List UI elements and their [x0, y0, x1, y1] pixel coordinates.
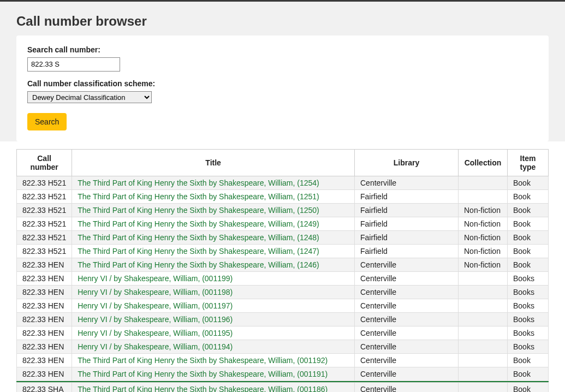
search-button[interactable]: Search: [27, 113, 67, 130]
cell-collection: Non-fiction: [459, 217, 508, 231]
cell-collection: [459, 190, 508, 204]
cell-title: Henry VI / by Shakespeare, William, (001…: [72, 299, 355, 313]
col-item-type: Item type: [508, 150, 549, 176]
cell-call-number: 822.33 H521: [17, 176, 72, 190]
cell-collection: Non-fiction: [459, 231, 508, 245]
title-link[interactable]: Henry VI / by Shakespeare, William, (001…: [78, 329, 233, 337]
cell-library: Centerville: [355, 326, 459, 340]
title-link[interactable]: Henry VI / by Shakespeare, William, (001…: [78, 274, 233, 283]
table-row: 822.33 HENThe Third Part of King Henry t…: [17, 367, 549, 381]
col-library: Library: [355, 150, 459, 176]
cell-title: The Third Part of King Henry the Sixth b…: [72, 245, 355, 258]
title-link[interactable]: The Third Part of King Henry the Sixth b…: [78, 260, 319, 269]
title-link[interactable]: Henry VI / by Shakespeare, William, (001…: [78, 301, 233, 310]
cell-library: Centerville: [355, 367, 459, 381]
table-row: 822.33 HENHenry VI / by Shakespeare, Wil…: [17, 313, 549, 326]
cell-item-type: Book: [508, 231, 549, 245]
col-title: Title: [72, 150, 355, 176]
results-table: Call number Title Library Collection Ite…: [16, 149, 549, 392]
title-link[interactable]: Henry VI / by Shakespeare, William, (001…: [78, 342, 233, 351]
cell-title: The Third Part of King Henry the Sixth b…: [72, 367, 355, 381]
cell-title: Henry VI / by Shakespeare, William, (001…: [72, 313, 355, 326]
cell-call-number: 822.33 HEN: [17, 367, 72, 381]
cell-item-type: Book: [508, 383, 549, 393]
cell-library: Centerville: [355, 272, 459, 286]
cell-library: Centerville: [355, 340, 459, 354]
cell-library: Fairfield: [355, 204, 459, 217]
cell-call-number: 822.33 H521: [17, 217, 72, 231]
cell-library: Fairfield: [355, 231, 459, 245]
table-row: 822.33 HENThe Third Part of King Henry t…: [17, 258, 549, 272]
cell-call-number: 822.33 HEN: [17, 354, 72, 367]
title-link[interactable]: The Third Part of King Henry the Sixth b…: [78, 192, 319, 201]
col-collection: Collection: [459, 150, 508, 176]
table-row: 822.33 HENHenry VI / by Shakespeare, Wil…: [17, 326, 549, 340]
search-panel: Search call number: Call number classifi…: [16, 35, 549, 141]
cell-item-type: Books: [508, 326, 549, 340]
cell-title: Henry VI / by Shakespeare, William, (001…: [72, 326, 355, 340]
cell-collection: [459, 286, 508, 299]
cell-collection: [459, 176, 508, 190]
title-link[interactable]: The Third Part of King Henry the Sixth b…: [78, 370, 328, 378]
cell-title: The Third Part of King Henry the Sixth b…: [72, 217, 355, 231]
cell-collection: [459, 383, 508, 393]
title-link[interactable]: The Third Part of King Henry the Sixth b…: [78, 179, 319, 187]
cell-call-number: 822.33 HEN: [17, 272, 72, 286]
title-link[interactable]: The Third Part of King Henry the Sixth b…: [78, 385, 328, 392]
cell-call-number: 822.33 H521: [17, 204, 72, 217]
table-row: 822.33 SHAThe Third Part of King Henry t…: [17, 383, 549, 393]
cell-item-type: Books: [508, 299, 549, 313]
cell-call-number: 822.33 H521: [17, 190, 72, 204]
title-link[interactable]: Henry VI / by Shakespeare, William, (001…: [78, 288, 233, 296]
table-row: 822.33 HENHenry VI / by Shakespeare, Wil…: [17, 272, 549, 286]
cell-item-type: Books: [508, 286, 549, 299]
cell-title: Henry VI / by Shakespeare, William, (001…: [72, 286, 355, 299]
cell-title: The Third Part of King Henry the Sixth b…: [72, 383, 355, 393]
cell-title: The Third Part of King Henry the Sixth b…: [72, 176, 355, 190]
cell-library: Centerville: [355, 299, 459, 313]
cell-collection: [459, 354, 508, 367]
cell-library: Centerville: [355, 286, 459, 299]
cell-library: Fairfield: [355, 245, 459, 258]
title-link[interactable]: The Third Part of King Henry the Sixth b…: [78, 356, 328, 365]
table-row: 822.33 H521The Third Part of King Henry …: [17, 204, 549, 217]
cell-title: The Third Part of King Henry the Sixth b…: [72, 258, 355, 272]
cell-call-number: 822.33 HEN: [17, 326, 72, 340]
cell-library: Centerville: [355, 258, 459, 272]
col-call-number: Call number: [17, 150, 72, 176]
cell-collection: [459, 272, 508, 286]
cell-library: Centerville: [355, 176, 459, 190]
scheme-select[interactable]: Dewey Decimal Classification: [27, 91, 152, 103]
cell-title: The Third Part of King Henry the Sixth b…: [72, 354, 355, 367]
cell-item-type: Book: [508, 354, 549, 367]
cell-item-type: Books: [508, 313, 549, 326]
search-input[interactable]: [27, 57, 120, 72]
cell-title: The Third Part of King Henry the Sixth b…: [72, 231, 355, 245]
table-row: 822.33 H521The Third Part of King Henry …: [17, 231, 549, 245]
table-row: 822.33 H521The Third Part of King Henry …: [17, 176, 549, 190]
cell-call-number: 822.33 HEN: [17, 286, 72, 299]
cell-call-number: 822.33 H521: [17, 231, 72, 245]
title-link[interactable]: The Third Part of King Henry the Sixth b…: [78, 206, 319, 215]
cell-title: Henry VI / by Shakespeare, William, (001…: [72, 272, 355, 286]
cell-library: Centerville: [355, 383, 459, 393]
cell-call-number: 822.33 HEN: [17, 340, 72, 354]
table-row: 822.33 HENThe Third Part of King Henry t…: [17, 354, 549, 367]
cell-library: Fairfield: [355, 190, 459, 204]
cell-collection: [459, 326, 508, 340]
cell-item-type: Book: [508, 367, 549, 381]
title-link[interactable]: Henry VI / by Shakespeare, William, (001…: [78, 315, 233, 324]
cell-library: Centerville: [355, 313, 459, 326]
cell-collection: [459, 367, 508, 381]
cell-title: Henry VI / by Shakespeare, William, (001…: [72, 340, 355, 354]
title-link[interactable]: The Third Part of King Henry the Sixth b…: [78, 247, 319, 256]
cell-item-type: Books: [508, 340, 549, 354]
cell-library: Centerville: [355, 354, 459, 367]
title-link[interactable]: The Third Part of King Henry the Sixth b…: [78, 233, 319, 242]
cell-item-type: Book: [508, 176, 549, 190]
cell-item-type: Book: [508, 217, 549, 231]
cell-call-number: 822.33 HEN: [17, 299, 72, 313]
table-row: 822.33 HENHenry VI / by Shakespeare, Wil…: [17, 286, 549, 299]
table-row: 822.33 H521The Third Part of King Henry …: [17, 190, 549, 204]
title-link[interactable]: The Third Part of King Henry the Sixth b…: [78, 219, 319, 228]
